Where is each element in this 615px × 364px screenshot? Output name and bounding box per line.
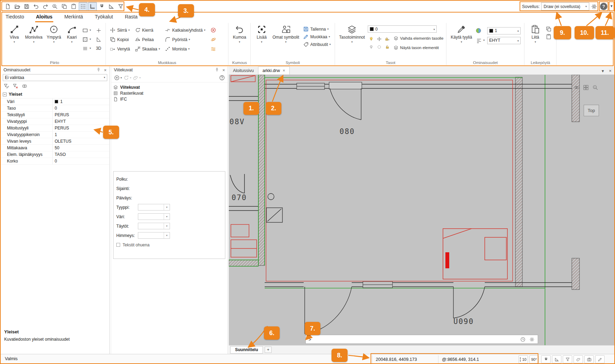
pyorista-button[interactable]: Pyöristä▾: [164, 36, 206, 43]
tab-aloitussivu[interactable]: Aloitussivu: [229, 66, 258, 74]
hatch-button[interactable]: ▾: [81, 36, 92, 43]
rectangle-button[interactable]: ▾: [81, 27, 92, 34]
pin-icon[interactable]: [96, 68, 101, 72]
venyta-button[interactable]: Venytä: [109, 46, 131, 52]
omat-symbolit-button[interactable]: Omat symbolit▾: [271, 24, 301, 45]
save-button[interactable]: [22, 2, 31, 11]
copy-clipboard-button[interactable]: [545, 26, 553, 32]
move-to-layer-icon[interactable]: [377, 37, 382, 41]
add-sheet-button[interactable]: +: [265, 347, 272, 353]
property-row[interactable]: Väri1: [1, 98, 109, 105]
tab-merkinta[interactable]: Merkintä: [64, 13, 84, 22]
attach-toggle[interactable]: [574, 355, 583, 363]
delete-button[interactable]: [209, 27, 217, 33]
layer-off-bulb-icon[interactable]: [369, 45, 374, 49]
type-dropdown[interactable]: ▾: [138, 204, 170, 211]
add-reference-button[interactable]: ▾: [114, 75, 122, 81]
siirra-button[interactable]: Siirrä▾: [109, 27, 131, 33]
unlock-layer-icon[interactable]: [385, 45, 390, 49]
orbit-icon[interactable]: [574, 85, 579, 90]
property-row[interactable]: Viivatyyppikerroin1: [1, 132, 109, 138]
selection-dropdown[interactable]: Ei valintaa▾: [3, 74, 107, 81]
property-row[interactable]: ViivatyyppiEHYT: [1, 118, 109, 125]
join-curves-button[interactable]: [209, 46, 217, 52]
attribuutit-button[interactable]: Attribuutit▾: [302, 41, 332, 48]
sketch-button[interactable]: [595, 355, 605, 363]
close-tab-icon[interactable]: ×: [283, 68, 285, 73]
slope-toggle-button[interactable]: [107, 2, 116, 11]
ympyra-button[interactable]: Ympyrä▾: [45, 24, 62, 45]
views-grid-icon[interactable]: [583, 85, 589, 90]
gyro-tool-button[interactable]: [209, 36, 217, 43]
filter-clear-icon[interactable]: [13, 83, 18, 89]
tab-tiedosto[interactable]: Tiedosto: [5, 13, 25, 22]
settings-button[interactable]: [591, 3, 598, 10]
kopioi-button[interactable]: Kopioi: [109, 36, 131, 43]
references-help-button[interactable]: [219, 75, 225, 81]
liita-button[interactable]: Liitä▾: [527, 24, 543, 45]
slope-toggle[interactable]: [552, 355, 561, 363]
refresh-reference-button[interactable]: ▾: [123, 75, 131, 81]
katkaise-button[interactable]: Katkaise/yhdistä▾: [164, 27, 206, 33]
command-line[interactable]: >: [305, 335, 538, 344]
osnap-toggle-button[interactable]: [98, 2, 106, 11]
copy-button[interactable]: [60, 2, 69, 11]
vaihda-tasolle-button[interactable]: Vaihda elementin tasolle: [394, 36, 443, 41]
gear-icon[interactable]: [529, 337, 535, 342]
monista-button[interactable]: Monista▾: [164, 46, 206, 52]
kayta-tyylia-button[interactable]: Käytä tyyliä▾: [449, 24, 473, 45]
multiline-button[interactable]: ▾: [81, 45, 92, 52]
help-button[interactable]: ?: [600, 3, 607, 10]
tab-rasta[interactable]: Rasta: [124, 13, 138, 22]
filter-toggle[interactable]: [563, 355, 572, 363]
lisaa-symbol-button[interactable]: Lisää▾: [254, 24, 270, 45]
polygon-button[interactable]: [95, 36, 103, 43]
tasotoiminnot-button[interactable]: Tasotoiminnot▾: [338, 24, 366, 45]
linetype-tools-button[interactable]: ▾: [475, 37, 486, 44]
moniviiva-button[interactable]: Moniviiva▾: [24, 24, 44, 45]
tree-item-ifc[interactable]: IFC: [113, 96, 226, 102]
attach-reference-button[interactable]: ▾: [133, 75, 141, 81]
point-button[interactable]: [95, 27, 103, 34]
layer-select-combo[interactable]: 0▾: [368, 25, 437, 33]
grid-toggle-button[interactable]: [79, 2, 87, 11]
3d-button[interactable]: 3D: [95, 46, 103, 51]
property-row[interactable]: Taso0: [1, 105, 109, 112]
tree-item-rasterikuvat[interactable]: Rasterikuvat: [113, 90, 226, 96]
filter-toggle-button[interactable]: [116, 2, 125, 11]
skaalaa-button[interactable]: Skaalaa▾: [134, 46, 161, 52]
snapshot-button[interactable]: [584, 355, 594, 363]
tab-aloitus[interactable]: Aloitus: [35, 13, 53, 22]
tab-arkki-drw[interactable]: arkki.drw×: [258, 66, 290, 74]
layer-on-bulb-icon[interactable]: [369, 37, 374, 41]
isolate-layer-icon[interactable]: [377, 45, 382, 49]
paste-button[interactable]: [69, 2, 78, 11]
tallenna-symbol-button[interactable]: Tallenna▾: [302, 26, 332, 32]
tree-item-viitekuvat[interactable]: Viitekuvat: [113, 84, 226, 90]
property-group-header[interactable]: Yleiset: [1, 90, 109, 98]
history-icon[interactable]: [520, 337, 526, 342]
lock-layer-icon[interactable]: [385, 37, 390, 41]
close-document-icon[interactable]: ×: [609, 68, 612, 73]
open-file-button[interactable]: [13, 2, 22, 11]
kaari-button[interactable]: Kaari▾: [64, 24, 80, 45]
osnap-toggle[interactable]: [541, 355, 551, 363]
peilaa-button[interactable]: Peilaa: [134, 36, 161, 43]
thin-text-checkbox[interactable]: [116, 243, 120, 247]
paste-special-button[interactable]: [545, 33, 553, 40]
linetype-combo[interactable]: EHYT▾: [487, 37, 521, 44]
fills-dropdown[interactable]: ▾: [138, 223, 170, 229]
viiva-button[interactable]: Viiva▾: [6, 24, 22, 45]
close-icon[interactable]: ×: [104, 68, 107, 73]
redo-button[interactable]: [41, 2, 50, 11]
kumoa-button[interactable]: Kumoa▾: [232, 24, 248, 45]
property-row[interactable]: TekstityyliPERUS: [1, 112, 109, 118]
drawing-canvas[interactable]: 080 08V 070 U090 Top >: [229, 75, 614, 345]
nayta-elementit-button[interactable]: Näytä tason elementit: [394, 45, 443, 50]
selection-circles-icon[interactable]: [22, 83, 28, 89]
property-row[interactable]: Elem. läpinäkyvyysTASO: [1, 151, 109, 158]
zoom-button[interactable]: [50, 2, 59, 11]
snap-grid-toggle[interactable]: 10: [519, 355, 528, 363]
view-cube-top-button[interactable]: Top: [584, 105, 599, 116]
dim-dropdown[interactable]: ▾: [138, 232, 170, 239]
